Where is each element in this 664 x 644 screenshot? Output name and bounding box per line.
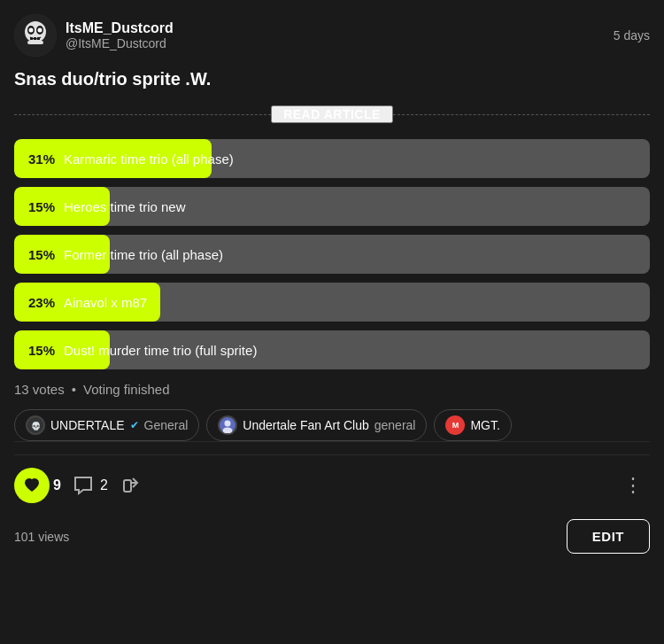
tag-fan-art-icon	[218, 415, 237, 435]
poll-percent-3: 15%	[23, 247, 60, 262]
poll-option-5[interactable]: 15% Dust! murder time trio (full sprite)	[14, 330, 650, 369]
divider	[14, 441, 650, 442]
poll-percent-4: 23%	[23, 295, 60, 310]
tags-row: 💀 UNDERTALE ✔ General Undertale Fan Art …	[14, 409, 650, 441]
tag-undertale-category: General	[144, 418, 189, 432]
verified-icon: ✔	[130, 419, 139, 431]
svg-point-4	[29, 28, 34, 33]
poll-label-4: Ainavol x m87	[64, 295, 147, 310]
poll-option-2[interactable]: 15% Heroes time trio new	[14, 187, 650, 226]
tag-undertale[interactable]: 💀 UNDERTALE ✔ General	[14, 409, 199, 441]
vote-info: 13 votes • Voting finished	[14, 382, 650, 397]
svg-rect-8	[37, 37, 40, 40]
vote-count: 13 votes	[14, 382, 65, 397]
poll-label-1: Karmaric time trio (all phase)	[64, 151, 234, 167]
tag-undertale-name: UNDERTALE	[50, 418, 125, 432]
username: ItsME_Dustcord	[66, 20, 174, 36]
tag-mgt[interactable]: M MGT.	[434, 409, 511, 441]
more-options-button[interactable]: ⋮	[616, 470, 650, 500]
vote-dot: •	[72, 382, 76, 397]
actions-row: 9 2 ⋮	[14, 454, 650, 512]
read-article-button[interactable]: READ ARTICLE	[271, 105, 393, 123]
poll-option-4[interactable]: 23% Ainavol x m87	[14, 283, 650, 322]
user-handle: @ItsME_Dustcord	[66, 36, 174, 50]
svg-rect-9	[27, 41, 43, 44]
tag-mgt-name: MGT.	[470, 418, 499, 432]
tag-mgt-icon: M	[445, 415, 465, 435]
svg-rect-15	[124, 480, 131, 492]
poll-option-3[interactable]: 15% Former time trio (all phase)	[14, 235, 650, 274]
views-count: 101 views	[14, 530, 69, 544]
poll-label-3: Former time trio (all phase)	[64, 247, 223, 262]
svg-rect-7	[34, 37, 36, 40]
poll-percent-2: 15%	[23, 199, 60, 214]
bottom-row: 101 views EDIT	[14, 512, 650, 564]
edit-button[interactable]: EDIT	[567, 519, 650, 554]
post-header: ItsME_Dustcord @ItsME_Dustcord 5 days	[14, 14, 650, 57]
poll-option-1[interactable]: 31% Karmaric time trio (all phase)	[14, 139, 650, 178]
share-button[interactable]	[120, 474, 143, 497]
poll-label-5: Dust! murder time trio (full sprite)	[64, 343, 257, 358]
svg-point-13	[225, 421, 231, 427]
post-title: Snas duo/trio sprite .W.	[14, 69, 650, 89]
comment-button[interactable]: 2	[72, 474, 108, 497]
tag-undertale-icon: 💀	[26, 415, 45, 435]
tag-fan-art-club[interactable]: Undertale Fan Art Club general	[206, 409, 427, 441]
svg-text:💀: 💀	[31, 421, 42, 431]
svg-rect-6	[30, 37, 33, 40]
post-timestamp: 5 days	[614, 28, 650, 43]
like-button[interactable]	[14, 468, 50, 503]
avatar[interactable]	[14, 14, 57, 57]
tag-fan-art-name: Undertale Fan Art Club	[243, 418, 368, 432]
read-article-row: READ ARTICLE	[14, 105, 650, 123]
dashed-line-left	[14, 114, 271, 115]
dashed-line-right	[393, 114, 650, 115]
poll-percent-1: 31%	[23, 151, 60, 167]
poll-options: 31% Karmaric time trio (all phase) 15% H…	[14, 139, 650, 369]
tag-fan-art-category: general	[374, 418, 416, 432]
poll-label-2: Heroes time trio new	[64, 199, 186, 214]
voting-status: Voting finished	[83, 382, 170, 397]
poll-percent-5: 15%	[23, 343, 60, 358]
like-count: 9	[53, 477, 61, 493]
comment-count: 2	[100, 477, 108, 493]
svg-point-5	[38, 28, 42, 33]
